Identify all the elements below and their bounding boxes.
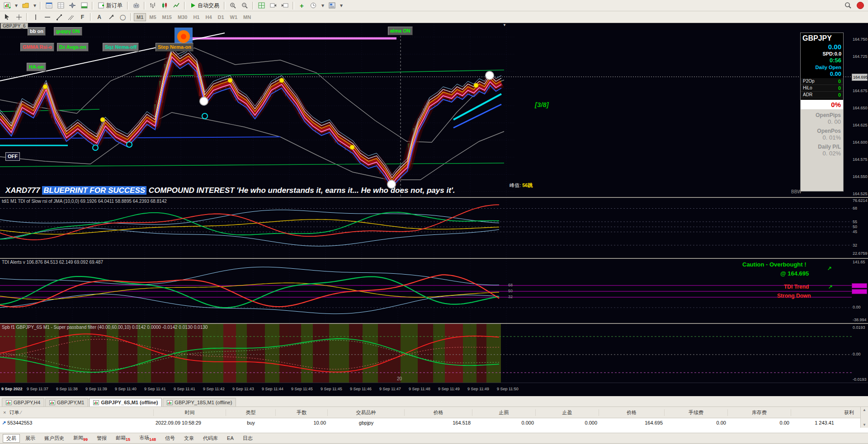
- column-header-price[interactable]: 价格: [405, 409, 472, 416]
- terminal-tab-mailbox[interactable]: 邮箱15: [112, 434, 134, 443]
- column-header-sl[interactable]: 止损: [472, 409, 536, 416]
- bb-toggle-button[interactable]: bb on: [28, 27, 46, 36]
- alma-toggle-button[interactable]: alma ON: [388, 27, 413, 35]
- terminal-scrollbar[interactable]: ▲ ▼: [860, 407, 868, 428]
- crosshair-tool[interactable]: [13, 12, 24, 22]
- toolbar-separator: [224, 2, 226, 9]
- column-header-profit[interactable]: 获利: [791, 409, 860, 416]
- notification-badge[interactable]: [857, 2, 864, 9]
- timeframe-w1[interactable]: W1: [227, 13, 241, 21]
- new-chart-dropdown[interactable]: ▾: [13, 0, 19, 11]
- terminal-tab-experts[interactable]: EA: [223, 435, 237, 442]
- dashboard-row-adr: ADR0: [801, 92, 843, 98]
- terminal-tab-news[interactable]: 新闻99: [70, 434, 91, 443]
- timeframe-m5[interactable]: M5: [146, 13, 159, 21]
- channel-tool[interactable]: [65, 12, 76, 22]
- gmma-rsi-toggle-button[interactable]: GMMA Rsi-o: [20, 43, 54, 51]
- column-header-time[interactable]: 时间: [154, 409, 226, 416]
- guppy-toggle-button[interactable]: guppy ON: [54, 27, 82, 36]
- orders-column-header[interactable]: × 订单 ∕: [0, 409, 154, 416]
- column-header-price2[interactable]: 价格: [599, 409, 665, 416]
- main-price-panel[interactable]: GBPJPY_6 bb on guppy ON GMMA Rsi-o Dz Av…: [0, 23, 852, 197]
- tdi-alerts-panel[interactable]: TDI Alerts v 106.876 84.513 62.149 69.09…: [0, 259, 852, 323]
- tile-windows-button[interactable]: [256, 0, 267, 11]
- tdia-axis-marker: [852, 289, 867, 294]
- terminal-button[interactable]: [79, 0, 90, 11]
- scroll-up-icon[interactable]: ▲: [863, 408, 866, 412]
- chart-shift-button[interactable]: [279, 0, 291, 11]
- market-watch-button[interactable]: [43, 0, 55, 11]
- spb-panel[interactable]: Spb f1 GBPJPY_6S M1 - Super passband fil…: [0, 324, 852, 383]
- chart-tab-gbpjpy-m1[interactable]: GBPJPY,M1: [45, 398, 88, 407]
- terminal-tab-codebase[interactable]: 代码库: [199, 434, 222, 443]
- timeframe-m15[interactable]: M15: [160, 13, 175, 21]
- expert-advisors-button[interactable]: [131, 0, 142, 11]
- chart-tab-gbpjpy-18s-offline[interactable]: GBPJPY_18S,M1 (offline): [163, 398, 236, 407]
- new-chart-button[interactable]: +: [1, 0, 13, 11]
- new-order-button[interactable]: 新订单: [95, 1, 125, 10]
- profiles-dropdown[interactable]: ▾: [32, 0, 38, 11]
- templates-dropdown[interactable]: ▾: [338, 0, 344, 11]
- quote-banner: XARD777 BLUEPRINT FOR SUCCESS COMPOUND I…: [5, 186, 455, 195]
- timeframe-m30[interactable]: M30: [175, 13, 190, 21]
- column-header-type[interactable]: 类型: [226, 409, 276, 416]
- column-header-swap[interactable]: 库存费: [728, 409, 791, 416]
- timeframe-m1[interactable]: M1: [134, 13, 146, 21]
- column-header-tp[interactable]: 止盈: [536, 409, 599, 416]
- periods-button[interactable]: [308, 0, 319, 11]
- step-nema-toggle-button[interactable]: Step Nema-on: [156, 43, 193, 51]
- chart-bars-button[interactable]: [147, 0, 159, 11]
- off-button[interactable]: OFF: [5, 152, 20, 161]
- periods-dropdown[interactable]: ▾: [320, 0, 326, 11]
- text-tool[interactable]: A: [94, 12, 105, 22]
- timeframe-h1[interactable]: H1: [190, 13, 202, 21]
- terminal-tab-signals[interactable]: 信号: [161, 434, 179, 443]
- terminal-tab-trade[interactable]: 交易: [3, 434, 20, 443]
- auto-scroll-button[interactable]: [268, 0, 279, 11]
- chart-tab-gbpjpy-h4[interactable]: GBPJPY,H4: [2, 398, 44, 407]
- chart-tab-gbpjpy-6s-offline[interactable]: GBPJPY_6S,M1 (offline): [89, 398, 162, 407]
- search-icon[interactable]: [842, 0, 854, 11]
- profiles-button[interactable]: [20, 0, 31, 11]
- timeframe-d1[interactable]: D1: [215, 13, 227, 21]
- terminal-tab-articles[interactable]: 文章: [180, 434, 198, 443]
- time-axis[interactable]: 9 Sep 2022 9 Sep 11:37 9 Sep 11:38 9 Sep…: [0, 383, 868, 396]
- horizontal-line-tool[interactable]: [42, 12, 53, 22]
- chart-line-button[interactable]: [171, 0, 182, 11]
- shapes-tool[interactable]: ◯: [117, 12, 128, 22]
- tdi-alerts-title: TDI Alerts v 106.876 84.513 62.149 69.09…: [2, 260, 103, 265]
- zoom-in-button[interactable]: [227, 0, 239, 11]
- cursor-tool[interactable]: [1, 12, 13, 22]
- dz-avgs-toggle-button[interactable]: Dz Avgs-on: [57, 43, 89, 51]
- terminal-tab-market[interactable]: 市场148: [136, 434, 160, 443]
- indicators-button[interactable]: +: [296, 0, 307, 11]
- tdia-axis-marker: [852, 283, 867, 288]
- column-header-symbol[interactable]: 交易品种: [328, 409, 405, 416]
- scroll-down-icon[interactable]: ▼: [863, 423, 866, 427]
- timeframe-h4[interactable]: H4: [203, 13, 214, 21]
- column-header-lots[interactable]: 手数: [276, 409, 328, 416]
- tdi1-panel[interactable]: tdi1 M1 TDI of Slow rsi of JMA (10,0,0) …: [0, 198, 852, 258]
- navigator-button[interactable]: [67, 0, 78, 11]
- fibonacci-tool[interactable]: F: [77, 12, 88, 22]
- order-row[interactable]: ↗ 553442553 2022.09.09 10:58:29 buy 10.0…: [0, 418, 860, 428]
- trendline-tool[interactable]: [53, 12, 65, 22]
- zoom-out-button[interactable]: [239, 0, 250, 11]
- column-header-commission[interactable]: 手续费: [665, 409, 728, 416]
- data-window-button[interactable]: [55, 0, 66, 11]
- terminal-tab-journal[interactable]: 日志: [239, 434, 256, 443]
- terminal-tab-alerts[interactable]: 警报: [93, 434, 110, 443]
- terminal-tab-exposure[interactable]: 展示: [22, 434, 39, 443]
- autotrade-button[interactable]: 自动交易: [188, 1, 222, 10]
- arrow-tool[interactable]: [105, 12, 117, 22]
- vertical-line-tool[interactable]: [30, 12, 41, 22]
- chart-candles-button[interactable]: [159, 0, 170, 11]
- terminal-close-icon[interactable]: ×: [1, 410, 8, 415]
- price-axis[interactable]: 164.750 164.725 164.675 164.650 164.625 …: [852, 23, 868, 197]
- terminal-tab-history[interactable]: 账户历史: [41, 434, 68, 443]
- tdi1-axis-label: 45: [853, 229, 857, 234]
- ha-toggle-button[interactable]: HA-on: [27, 63, 46, 71]
- timeframe-mn[interactable]: MN: [241, 13, 254, 21]
- templates-button[interactable]: [326, 0, 338, 11]
- sqz-nema-toggle-button[interactable]: Sqz Nema-off: [103, 43, 139, 51]
